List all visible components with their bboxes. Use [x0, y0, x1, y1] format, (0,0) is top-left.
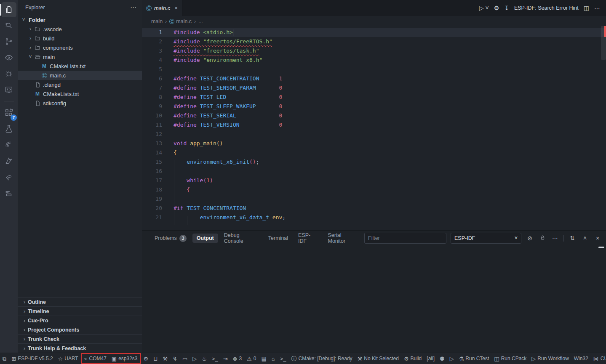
- status-terminal[interactable]: >_: [209, 353, 221, 364]
- status-clean[interactable]: ⊔: [151, 353, 160, 364]
- tree-item-folder[interactable]: ˅Folder: [18, 15, 142, 24]
- status-kit[interactable]: ⚒No Kit Selected: [355, 353, 401, 364]
- status-cue[interactable]: ⋈CUE: [591, 353, 606, 364]
- tree-item-sdkconfig[interactable]: sdkconfig: [18, 98, 142, 108]
- sidebar-more-icon[interactable]: ⋯: [130, 4, 137, 11]
- section-trunk-check[interactable]: ›Trunk Check: [18, 334, 142, 343]
- source-control-icon[interactable]: [1, 34, 16, 49]
- code-preview-icon[interactable]: [1, 82, 16, 97]
- status-device-target[interactable]: ▣esp32s3: [109, 354, 140, 363]
- tab-close-icon[interactable]: ×: [174, 5, 178, 11]
- code-line-1[interactable]: 1#include <stdio.h>: [142, 28, 606, 37]
- section-timeline[interactable]: ›Timeline: [18, 306, 142, 316]
- espressif-icon[interactable]: [1, 137, 16, 152]
- panel-tab-debug-console[interactable]: Debug Console: [220, 231, 262, 246]
- code-line-20[interactable]: 20#if TEST_CONCENTRATION: [142, 204, 606, 213]
- section-outline[interactable]: ›Outline: [18, 297, 142, 306]
- close-panel-icon[interactable]: ×: [593, 235, 602, 242]
- status-run-cpack[interactable]: ◫Run CPack: [491, 353, 529, 364]
- status-device-board[interactable]: ▤: [259, 353, 269, 364]
- code-line-4[interactable]: 4#include "environment_x6.h": [142, 56, 606, 65]
- settings-gear-icon[interactable]: ⚙: [494, 5, 499, 11]
- extensions-icon[interactable]: 7: [1, 105, 16, 120]
- code-line-13[interactable]: 13void app_main(): [142, 139, 606, 148]
- status-arrow-box[interactable]: ⇥: [221, 353, 230, 364]
- status-com-port[interactable]: ⌁COM47: [82, 354, 109, 363]
- code-line-9[interactable]: 9#define TEST_SLEEP_WAKEUP 0: [142, 102, 606, 111]
- panel-tab-output[interactable]: Output: [192, 234, 218, 243]
- status-flame[interactable]: ♨: [199, 353, 209, 364]
- breadcrumb-item[interactable]: main: [151, 19, 163, 24]
- layout-sliders-icon[interactable]: ⇅: [568, 235, 577, 242]
- section-cue-pro[interactable]: ›Cue-Pro: [18, 316, 142, 325]
- status-build[interactable]: ⚙Build: [401, 353, 424, 364]
- status-wrench[interactable]: ⚒: [160, 353, 170, 364]
- status-debug-run[interactable]: ▷: [190, 353, 199, 364]
- tree-item-cmakelists-txt[interactable]: MCMakeLists.txt: [18, 61, 142, 71]
- status-platform[interactable]: Win32: [571, 353, 591, 364]
- code-line-6[interactable]: 6#define TEST_CONCENTRATION 1: [142, 74, 606, 83]
- tree-item--clangd[interactable]: .clangd: [18, 80, 142, 89]
- run-icon[interactable]: ▷ ˅: [479, 5, 489, 11]
- code-line-19[interactable]: 19: [142, 194, 606, 204]
- code-editor[interactable]: 1#include <stdio.h>2#include "freertos/F…: [142, 28, 606, 230]
- panel-tab-esp-idf[interactable]: ESP-IDF: [294, 231, 322, 246]
- section-trunk-help-feedback[interactable]: ›Trunk Help & Feedback: [18, 343, 142, 353]
- more-actions-icon[interactable]: ⋯: [551, 235, 559, 242]
- status-cmake-status[interactable]: ⓘCMake: [Debug]: Ready: [289, 353, 355, 364]
- code-line-2[interactable]: 2#include "freertos/FreeRTOS.h": [142, 37, 606, 46]
- status-debug-bug[interactable]: ⚉: [437, 353, 447, 364]
- wireless-icon[interactable]: [1, 169, 16, 184]
- panel-tab-problems[interactable]: Problems3: [150, 233, 191, 244]
- status-errors[interactable]: ⊗3: [230, 353, 245, 364]
- status-run-ctest[interactable]: ⚗Run CTest: [457, 353, 492, 364]
- status-terminal2[interactable]: >_: [278, 353, 289, 364]
- search-error-hint[interactable]: ESP-IDF: Search Error Hint: [514, 5, 579, 11]
- explorer-icon[interactable]: [1, 2, 16, 17]
- code-line-18[interactable]: 18 {: [142, 185, 606, 194]
- wind-ide-icon[interactable]: [1, 185, 16, 200]
- code-line-12[interactable]: 12: [142, 130, 606, 139]
- code-line-21[interactable]: 21 environment_x6_data_t env;: [142, 213, 606, 222]
- status-run-workflow[interactable]: ▷Run Workflow: [529, 353, 571, 364]
- status-open-folder[interactable]: ⧉: [0, 353, 9, 364]
- status-build-target[interactable]: [all]: [424, 353, 437, 364]
- split-editor-icon[interactable]: ◫: [584, 5, 589, 11]
- status-settings-gear[interactable]: ⚙: [141, 353, 151, 364]
- output-content[interactable]: [142, 246, 606, 353]
- code-line-10[interactable]: 10#define TEST_SERIAL 0: [142, 111, 606, 120]
- status-launch[interactable]: ▷: [447, 353, 457, 364]
- testing-icon[interactable]: [1, 121, 16, 136]
- status-espidf-version[interactable]: ⊞ESP-IDF v5.5.2: [9, 353, 55, 364]
- code-line-17[interactable]: 17 while(1): [142, 176, 606, 185]
- output-filter-input[interactable]: [364, 233, 446, 244]
- panel-scrollbar[interactable]: [598, 247, 604, 248]
- tree-item--vscode[interactable]: ›.vscode: [18, 24, 142, 34]
- code-line-15[interactable]: 15 environment_x6_init();: [142, 157, 606, 167]
- code-line-14[interactable]: 14{: [142, 148, 606, 157]
- eye-icon[interactable]: [1, 50, 16, 65]
- status-flash-bolt[interactable]: ↯: [170, 353, 180, 364]
- lock-scroll-icon[interactable]: [538, 234, 547, 242]
- code-line-3[interactable]: 3#include "freertos/task.h": [142, 46, 606, 56]
- breadcrumb-item[interactable]: Cmain.c: [169, 19, 192, 24]
- status-warnings[interactable]: ⚠0: [244, 353, 259, 364]
- breadcrumb-item[interactable]: ...: [198, 19, 203, 24]
- code-line-8[interactable]: 8#define TEST_LED 0: [142, 93, 606, 102]
- status-monitor[interactable]: ▭: [180, 353, 190, 364]
- output-channel-select[interactable]: ESP-IDF ˅: [451, 233, 521, 244]
- status-home[interactable]: ⌂: [269, 353, 278, 364]
- tree-item-main[interactable]: ˅main: [18, 52, 142, 61]
- clear-output-icon[interactable]: ⊘: [526, 235, 534, 242]
- status-uart[interactable]: ☆UART: [56, 353, 81, 364]
- section-project-components[interactable]: ›Project Components: [18, 325, 142, 334]
- panel-tab-serial-monitor[interactable]: Serial Monitor: [323, 231, 363, 246]
- tree-item-build[interactable]: ›build: [18, 34, 142, 43]
- tree-item-components[interactable]: ›components: [18, 43, 142, 52]
- spark-icon[interactable]: [1, 153, 16, 168]
- download-icon[interactable]: ↧: [504, 5, 509, 11]
- more-actions-icon[interactable]: ⋯: [594, 5, 600, 11]
- tab-main-c[interactable]: C main.c ×: [142, 0, 182, 16]
- panel-tab-terminal[interactable]: Terminal: [264, 234, 292, 243]
- code-line-7[interactable]: 7#define TEST_SENSOR_PARAM 0: [142, 83, 606, 93]
